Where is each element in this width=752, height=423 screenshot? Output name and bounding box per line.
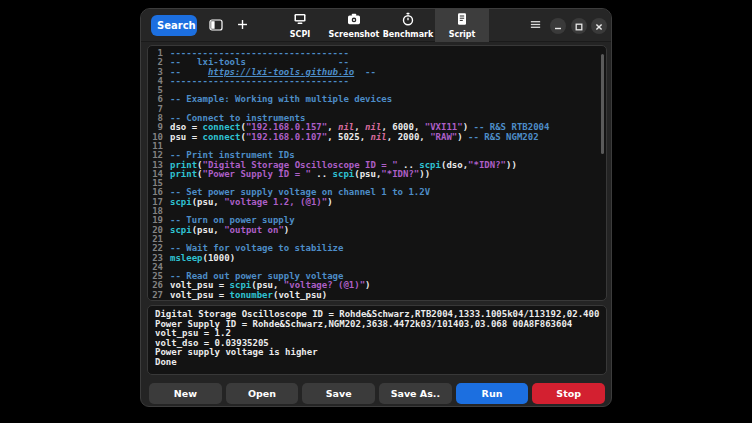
sidebar-panel-icon (209, 18, 223, 35)
close-button[interactable] (591, 18, 607, 34)
code-token: connect (203, 132, 241, 142)
code-token: )) (506, 160, 517, 170)
code-token: .. (311, 169, 333, 179)
code-token: "RAW" (430, 132, 457, 142)
save-button[interactable]: Save (302, 383, 375, 404)
code-line: 14print("Power Supply ID = " .. scpi(psu… (148, 170, 606, 179)
code-token: psu = (170, 132, 203, 142)
code-token: (psu, (192, 197, 225, 207)
code-token: 2000 (398, 132, 420, 142)
code-token: "*IDN?" (468, 160, 506, 170)
stopwatch-icon (401, 12, 415, 29)
code-token: (psu, (192, 225, 225, 235)
display-icon (293, 12, 307, 29)
lxi-tools-window: Search SCPIScreenshotBenchmarkScript (140, 8, 612, 407)
code-line: 27volt_psu = tonumber(volt_psu) (148, 291, 606, 300)
tab-label: Script (449, 31, 476, 39)
save-as-button[interactable]: Save As.. (379, 383, 452, 404)
code-token: --------------------------------- (170, 76, 349, 86)
action-button-row: NewOpenSaveSave As..RunStop (149, 383, 605, 404)
code-token: , (360, 132, 371, 142)
code-token: "*IDN?" (381, 169, 419, 179)
code-line: 23msleep(1000) (148, 254, 606, 263)
plus-icon (236, 18, 249, 34)
code-token: ) (327, 197, 332, 207)
console-line: Power supply voltage is higher (155, 348, 599, 358)
run-button[interactable]: Run (456, 383, 529, 404)
open-button[interactable]: Open (226, 383, 299, 404)
code-token: -- R&S NGM202 (468, 132, 538, 142)
code-token: ) (230, 253, 235, 263)
minimize-icon (554, 19, 562, 34)
code-token: ) (457, 132, 468, 142)
code-token: "Power Supply ID = " (203, 169, 311, 179)
code-token: 5025 (338, 132, 360, 142)
titlebar: Search SCPIScreenshotBenchmarkScript (141, 9, 611, 42)
code-token: print (170, 169, 197, 179)
code-line: 17scpi(psu, "voltage 1.2, (@1)") (148, 198, 606, 207)
code-token: volt_psu = (170, 290, 230, 300)
code-token: msleep (170, 253, 203, 263)
code-token: "voltage 1.2, (@1)" (224, 197, 327, 207)
console-line: Done (155, 358, 599, 368)
editor-scrollbar[interactable] (601, 54, 604, 154)
code-token: 1000 (208, 253, 230, 263)
tab-screenshot[interactable]: Screenshot (327, 9, 381, 42)
code-token: )) (419, 169, 430, 179)
code-token: scpi (333, 169, 355, 179)
code-token: "192.168.0.107" (246, 132, 327, 142)
code-token: (volt_psu) (273, 290, 327, 300)
code-token: -- (354, 67, 376, 77)
code-token: ) (365, 280, 370, 290)
code-token: "output on" (224, 225, 284, 235)
script-editor[interactable]: 1---------------------------------2-- lx… (147, 45, 607, 301)
sidebar-toggle-button[interactable] (207, 17, 225, 35)
code-line: 10psu = connect("192.168.0.107", 5025, n… (148, 133, 606, 142)
code-area: 1---------------------------------2-- lx… (148, 46, 606, 300)
code-token: (psu, (354, 169, 381, 179)
code-token: , (419, 132, 430, 142)
line-number: 27 (148, 291, 163, 300)
code-line: 4--------------------------------- (148, 77, 606, 86)
new-tab-button[interactable] (233, 17, 251, 35)
output-console: Digital Storage Oscilloscope ID = Rohde&… (147, 305, 607, 375)
maximize-icon (575, 19, 583, 34)
search-button[interactable]: Search (151, 15, 197, 36)
code-token: , (327, 132, 338, 142)
tab-label: Screenshot (329, 31, 380, 39)
code-token: scpi (170, 197, 192, 207)
code-line: 6-- Example: Working with multiple devic… (148, 95, 606, 104)
code-line: 20scpi(psu, "output on") (148, 226, 606, 235)
code-token: -- Example: Working with multiple device… (170, 94, 392, 104)
tab-label: Benchmark (383, 31, 434, 39)
tab-bar: SCPIScreenshotBenchmarkScript (273, 9, 489, 42)
code-token: ) (284, 225, 289, 235)
tab-scpi[interactable]: SCPI (273, 9, 327, 42)
close-icon (595, 19, 603, 34)
tab-script[interactable]: Script (435, 9, 489, 42)
menu-button[interactable] (526, 17, 544, 35)
code-token: (dso, (441, 160, 468, 170)
code-token: , (387, 132, 398, 142)
code-token: tonumber (230, 290, 273, 300)
code-token: nil (371, 132, 387, 142)
minimize-button[interactable] (550, 18, 566, 34)
maximize-button[interactable] (571, 18, 587, 34)
hamburger-menu-icon (529, 18, 542, 34)
code-token: scpi (170, 225, 192, 235)
new-button[interactable]: New (149, 383, 222, 404)
tab-benchmark[interactable]: Benchmark (381, 9, 435, 42)
script-icon (455, 12, 469, 29)
tab-label: SCPI (290, 31, 310, 39)
stop-button[interactable]: Stop (532, 383, 605, 404)
camera-icon (347, 12, 361, 29)
